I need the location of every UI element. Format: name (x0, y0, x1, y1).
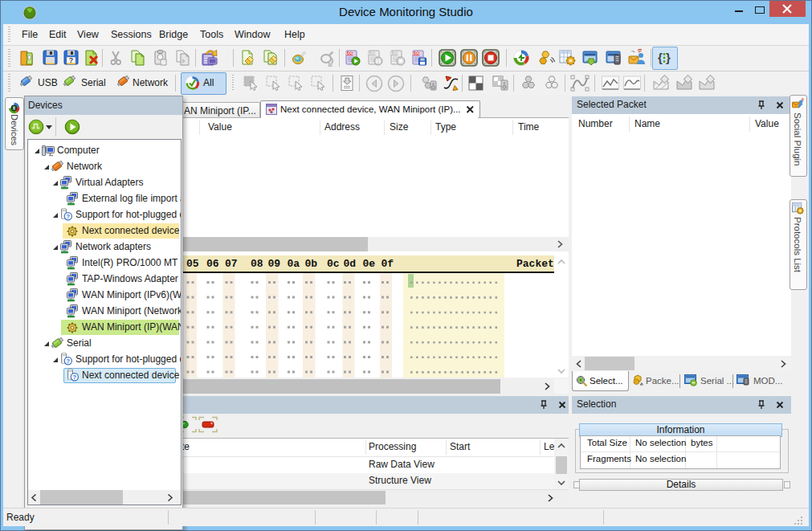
svg-text:LOG: LOG (346, 51, 354, 55)
svg-text:}: } (666, 51, 671, 64)
svg-text:{: { (658, 51, 663, 64)
svg-text:LOG: LOG (369, 51, 377, 55)
svg-text:LOG: LOG (413, 51, 421, 55)
svg-text:LOG: LOG (391, 51, 399, 55)
